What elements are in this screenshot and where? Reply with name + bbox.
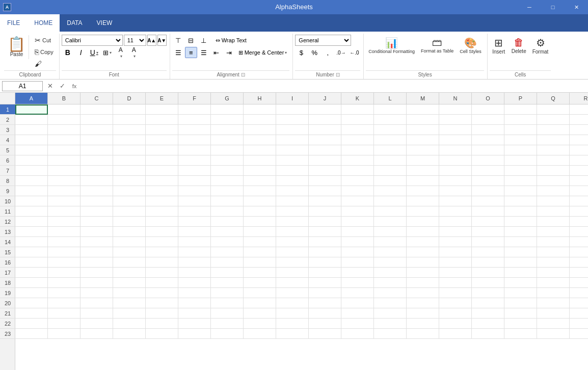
cell-P17[interactable]: [504, 268, 537, 278]
cell-Q1[interactable]: [537, 104, 570, 115]
cell-L22[interactable]: [374, 319, 407, 329]
cell-F7[interactable]: [178, 166, 211, 176]
cell-D17[interactable]: [113, 268, 146, 278]
cell-H18[interactable]: [244, 278, 276, 288]
col-header-R[interactable]: R: [570, 93, 588, 104]
cell-L1[interactable]: [374, 104, 407, 115]
formula-input[interactable]: [82, 81, 586, 91]
left-align-button[interactable]: ☰: [172, 47, 184, 58]
cell-M13[interactable]: [407, 227, 439, 237]
cell-G15[interactable]: [211, 247, 244, 257]
cell-L21[interactable]: [374, 308, 407, 319]
cell-J23[interactable]: [309, 329, 341, 339]
cell-I21[interactable]: [276, 308, 309, 319]
cell-R12[interactable]: [570, 217, 588, 227]
cell-D16[interactable]: [113, 257, 146, 268]
row-number-20[interactable]: 20: [0, 298, 15, 308]
cell-O5[interactable]: [472, 145, 504, 155]
cell-P5[interactable]: [504, 145, 537, 155]
cell-D2[interactable]: [113, 115, 146, 125]
row-number-23[interactable]: 23: [0, 329, 15, 339]
cell-L13[interactable]: [374, 227, 407, 237]
cell-R18[interactable]: [570, 278, 588, 288]
row-number-5[interactable]: 5: [0, 145, 15, 155]
col-header-A[interactable]: A: [15, 93, 48, 104]
cell-I20[interactable]: [276, 298, 309, 308]
row-number-4[interactable]: 4: [0, 135, 15, 145]
cell-L2[interactable]: [374, 115, 407, 125]
cell-R3[interactable]: [570, 125, 588, 135]
cell-G4[interactable]: [211, 135, 244, 145]
cell-B2[interactable]: [48, 115, 81, 125]
cell-E21[interactable]: [146, 308, 178, 319]
cell-I3[interactable]: [276, 125, 309, 135]
cell-K2[interactable]: [341, 115, 374, 125]
cell-A16[interactable]: [15, 257, 48, 268]
col-header-C[interactable]: C: [81, 93, 113, 104]
cell-E17[interactable]: [146, 268, 178, 278]
cell-M21[interactable]: [407, 308, 439, 319]
cell-C10[interactable]: [81, 196, 113, 206]
cell-Q11[interactable]: [537, 206, 570, 217]
cell-A9[interactable]: [15, 186, 48, 196]
cell-Q3[interactable]: [537, 125, 570, 135]
cell-I8[interactable]: [276, 176, 309, 186]
cell-B21[interactable]: [48, 308, 81, 319]
cell-B14[interactable]: [48, 237, 81, 247]
cell-G22[interactable]: [211, 319, 244, 329]
cell-C8[interactable]: [81, 176, 113, 186]
cell-N19[interactable]: [439, 288, 472, 298]
border-button[interactable]: ⊞▾: [101, 47, 114, 58]
cut-button[interactable]: ✂ Cut: [32, 35, 56, 46]
cell-H4[interactable]: [244, 135, 276, 145]
cell-K16[interactable]: [341, 257, 374, 268]
close-button[interactable]: ✕: [565, 0, 588, 14]
cell-J7[interactable]: [309, 166, 341, 176]
cell-R21[interactable]: [570, 308, 588, 319]
cell-P22[interactable]: [504, 319, 537, 329]
cell-J6[interactable]: [309, 155, 341, 166]
cell-K5[interactable]: [341, 145, 374, 155]
cell-M4[interactable]: [407, 135, 439, 145]
cell-A3[interactable]: [15, 125, 48, 135]
cell-M16[interactable]: [407, 257, 439, 268]
cell-A6[interactable]: [15, 155, 48, 166]
cell-B1[interactable]: [48, 104, 81, 115]
cell-O23[interactable]: [472, 329, 504, 339]
cell-Q16[interactable]: [537, 257, 570, 268]
cell-F12[interactable]: [178, 217, 211, 227]
col-header-J[interactable]: J: [309, 93, 341, 104]
cell-H9[interactable]: [244, 186, 276, 196]
cell-J11[interactable]: [309, 206, 341, 217]
row-number-6[interactable]: 6: [0, 155, 15, 166]
menu-item-file[interactable]: FILE: [0, 14, 27, 32]
cell-P10[interactable]: [504, 196, 537, 206]
cell-Q17[interactable]: [537, 268, 570, 278]
cell-F5[interactable]: [178, 145, 211, 155]
col-header-K[interactable]: K: [341, 93, 374, 104]
underline-button[interactable]: U▾: [88, 47, 100, 58]
cell-E3[interactable]: [146, 125, 178, 135]
cell-F1[interactable]: [178, 104, 211, 115]
cell-C23[interactable]: [81, 329, 113, 339]
cell-P16[interactable]: [504, 257, 537, 268]
cell-N6[interactable]: [439, 155, 472, 166]
cell-G5[interactable]: [211, 145, 244, 155]
cell-I2[interactable]: [276, 115, 309, 125]
cell-Q20[interactable]: [537, 298, 570, 308]
number-format-select[interactable]: General Number Currency Percentage Date: [295, 35, 351, 46]
cell-C9[interactable]: [81, 186, 113, 196]
cell-A12[interactable]: [15, 217, 48, 227]
cell-M22[interactable]: [407, 319, 439, 329]
col-header-D[interactable]: D: [113, 93, 146, 104]
cell-L19[interactable]: [374, 288, 407, 298]
col-header-B[interactable]: B: [48, 93, 81, 104]
cell-J16[interactable]: [309, 257, 341, 268]
cell-J14[interactable]: [309, 237, 341, 247]
cell-N8[interactable]: [439, 176, 472, 186]
cell-N23[interactable]: [439, 329, 472, 339]
cell-L15[interactable]: [374, 247, 407, 257]
cell-G14[interactable]: [211, 237, 244, 247]
cell-N7[interactable]: [439, 166, 472, 176]
cell-E18[interactable]: [146, 278, 178, 288]
